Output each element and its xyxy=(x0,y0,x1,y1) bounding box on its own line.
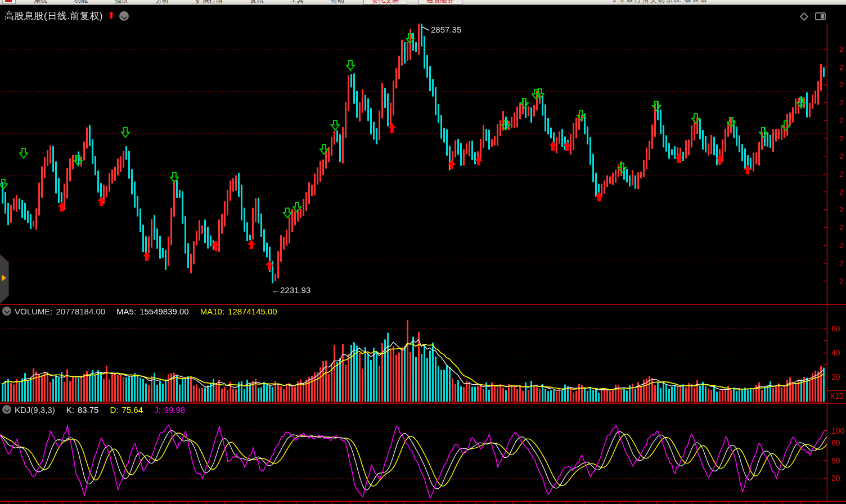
diamond-marker-icon[interactable] xyxy=(800,12,809,21)
menu-bar: 系统 功能 报价 分析 扩展行情 资讯 工具 帮助 委托交易 融资融券 专业版行… xyxy=(0,0,846,5)
kdj-collapse-icon[interactable] xyxy=(2,405,11,414)
kdj-k-label: K: xyxy=(66,405,74,415)
menu-item[interactable]: 分析 xyxy=(142,0,182,5)
volume-value: 20778184.00 xyxy=(56,307,106,316)
kdj-k-value: 83.75 xyxy=(78,405,99,415)
split-window-icon[interactable] xyxy=(815,12,826,20)
kdj-j-value: 99.98 xyxy=(164,405,186,415)
chart-title-row: 高股息股(日线.前复权) ⬆ xyxy=(4,10,129,22)
menu-item[interactable]: 报价 xyxy=(101,0,142,5)
chart-canvas[interactable] xyxy=(0,0,846,504)
kdj-label: KDJ(9,3,3) xyxy=(15,405,55,415)
volume-ma5-label: MA5: xyxy=(116,307,136,316)
kdj-d-value: 75.64 xyxy=(122,405,143,415)
volume-collapse-icon[interactable] xyxy=(2,307,11,316)
menu-item[interactable]: 功能 xyxy=(61,0,101,5)
volume-ma10-value: 12874145.00 xyxy=(228,307,277,316)
kdj-j-label: J: xyxy=(154,405,161,415)
menu-item[interactable]: 系统 xyxy=(20,0,61,5)
corner-icons xyxy=(801,12,826,20)
menu-right-text: 专业版行情交易系统 极速版 xyxy=(611,0,708,4)
volume-label: VOLUME: xyxy=(15,307,53,316)
app-logo-icon[interactable] xyxy=(2,0,16,4)
volume-ma5-value: 15549839.00 xyxy=(140,307,189,316)
menu-item[interactable]: 工具 xyxy=(277,0,317,5)
volume-ma10-label: MA10: xyxy=(200,307,224,316)
trough-price-annotation: ←2231.93 xyxy=(272,285,310,295)
trade-button[interactable]: 委托交易 xyxy=(363,0,407,4)
peak-price-annotation: 2857.35 xyxy=(431,25,461,34)
expand-arrow-icon xyxy=(2,274,6,281)
trading-terminal-window: { "menu": { "items": [ {"label":"系统"},{"… xyxy=(0,0,846,504)
chart-title: 高股息股(日线.前复权) xyxy=(4,10,103,22)
margin-button[interactable]: 融资融券 xyxy=(418,0,462,4)
kdj-pane-header: KDJ(9,3,3) K: 83.75 D: 75.64 J: 99.98 xyxy=(2,404,185,415)
menu-inner: 系统 功能 报价 分析 扩展行情 资讯 工具 帮助 委托交易 融资融券 xyxy=(0,0,468,5)
trend-up-icon: ⬆ xyxy=(107,11,115,20)
sidebar-expand-handle[interactable] xyxy=(0,254,8,304)
volume-pane-header: VOLUME: 20778184.00 MA5: 15549839.00 MA1… xyxy=(2,306,277,316)
kdj-d-label: D: xyxy=(110,405,118,415)
menu-item[interactable]: 资讯 xyxy=(236,0,277,5)
menu-item[interactable]: 帮助 xyxy=(317,0,358,5)
title-collapse-icon[interactable] xyxy=(119,11,129,21)
menu-item[interactable]: 扩展行情 xyxy=(182,0,236,5)
